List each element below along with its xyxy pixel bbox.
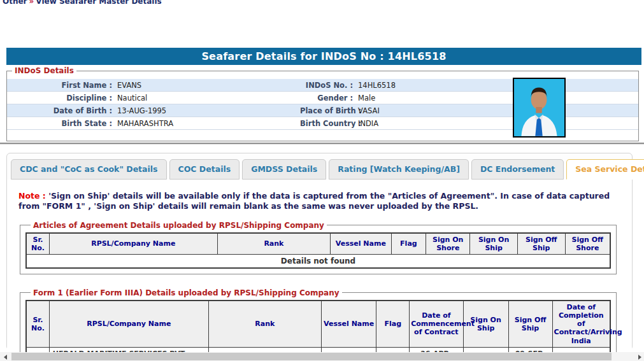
indos-no-label: INDoS No. : <box>300 81 356 90</box>
col-rpsl-company-name: RPSL/Company Name <box>49 301 208 347</box>
seafarer-tabs-panel: CDC and "CoC as Cook" Details COC Detail… <box>6 153 633 350</box>
scroll-left-arrow-icon[interactable] <box>4 355 7 360</box>
articles-header-row: Sr. No. RPSL/Company Name Rank Vessel Na… <box>26 233 610 255</box>
form1-header-row: Sr. No. RPSL/Company Name Rank Vessel Na… <box>26 301 610 347</box>
breadcrumb-parent[interactable]: Other <box>3 0 27 6</box>
page: Other»View Seafarer Master Details Seafa… <box>0 0 644 361</box>
discipline-value: Nautical <box>115 94 300 103</box>
page-title: Seafarer Details for INDoS No : 14HL6518 <box>201 50 446 62</box>
col-sign-on-ship: Sign On Ship <box>463 301 508 347</box>
col-sign-on-shore: Sign On Shore <box>426 233 470 255</box>
first-name-value: EVANS <box>115 81 300 90</box>
col-date-of-commencement: Date of Commencement of Contract <box>410 301 464 347</box>
breadcrumb-separator: » <box>27 0 36 6</box>
page-title-bar: Seafarer Details for INDoS No : 14HL6518 <box>6 48 641 65</box>
birth-country-value: INDIA <box>356 119 638 128</box>
section-divider <box>0 143 644 145</box>
col-sign-off-ship: Sign Off Ship <box>508 301 552 347</box>
tab-sea-service-details[interactable]: Sea Service Details <box>566 159 644 180</box>
col-rank: Rank <box>217 233 330 255</box>
col-sr-no: Sr. No. <box>26 233 49 255</box>
note-text: 'Sign on Ship' details will be available… <box>18 191 610 211</box>
col-vessel-name: Vessel Name <box>331 233 392 255</box>
breadcrumb-current: View Seafarer Master Details <box>36 0 161 6</box>
articles-of-agreement-fieldset: Articles of Agreement Details uploaded b… <box>20 221 617 274</box>
col-sign-off-shore: Sign Off Shore <box>565 233 610 255</box>
gender-label: Gender : <box>300 94 356 103</box>
tab-dc-endorsement[interactable]: DC Endorsement <box>471 159 564 180</box>
col-sign-off-ship: Sign Off Ship <box>517 233 565 255</box>
details-not-found-message: Details not found <box>26 254 610 268</box>
col-vessel-name: Vessel Name <box>322 301 376 347</box>
horizontal-scrollbar[interactable] <box>0 352 644 361</box>
place-of-birth-label: Place of Birth : <box>300 106 356 115</box>
col-sign-on-ship: Sign On Ship <box>470 233 518 255</box>
birth-state-label: Birth State : <box>7 119 115 128</box>
form1-legend: Form 1 (Earlier Form IIIA) Details uploa… <box>31 288 342 297</box>
birth-country-label: Birth Country : <box>300 119 356 128</box>
tab-cdc-coc-cook-details[interactable]: CDC and "CoC as Cook" Details <box>11 159 167 180</box>
gender-value: Male <box>356 94 638 103</box>
discipline-label: Discipline : <box>7 94 115 103</box>
tabs-row: CDC and "CoC as Cook" Details COC Detail… <box>7 153 632 180</box>
horizontal-scrollbar-thumb[interactable] <box>11 353 612 360</box>
first-name-label: First Name : <box>7 81 115 90</box>
tab-coc-details[interactable]: COC Details <box>169 159 240 180</box>
sign-on-ship-note: Note : 'Sign on Ship' details will be av… <box>18 191 622 212</box>
col-date-of-completion: Date of Completion of Contract/Arriving … <box>552 301 610 347</box>
tab-gmdss-details[interactable]: GMDSS Details <box>242 159 326 180</box>
date-of-birth-label: Date of Birth : <box>7 106 115 115</box>
scroll-right-arrow-icon[interactable] <box>638 355 641 360</box>
col-sr-no: Sr. No. <box>26 301 49 347</box>
indos-details-legend: INDoS Details <box>12 66 76 75</box>
seafarer-photo <box>513 78 566 138</box>
birth-state-value: MAHARASHTRA <box>115 119 300 128</box>
form1-fieldset: Form 1 (Earlier Form IIIA) Details uploa… <box>20 288 617 361</box>
col-flag: Flag <box>391 233 426 255</box>
breadcrumb: Other»View Seafarer Master Details <box>3 0 162 6</box>
sea-service-tab-content: Note : 'Sign on Ship' details will be av… <box>7 180 632 361</box>
col-rank: Rank <box>208 301 321 347</box>
date-of-birth-value: 13-AUG-1995 <box>115 106 300 115</box>
col-flag: Flag <box>376 301 410 347</box>
col-rpsl-company-name: RPSL/Company Name <box>49 233 217 255</box>
note-label: Note : <box>18 191 46 201</box>
place-of-birth-value: VASAI <box>356 106 638 115</box>
tab-rating-watch-keeping[interactable]: Rating [Watch Keeping/AB] <box>329 159 469 180</box>
articles-empty-row: Details not found <box>26 254 610 268</box>
indos-no-value: 14HL6518 <box>356 81 638 90</box>
articles-of-agreement-legend: Articles of Agreement Details uploaded b… <box>31 221 327 230</box>
articles-of-agreement-table: Sr. No. RPSL/Company Name Rank Vessel Na… <box>25 232 611 269</box>
